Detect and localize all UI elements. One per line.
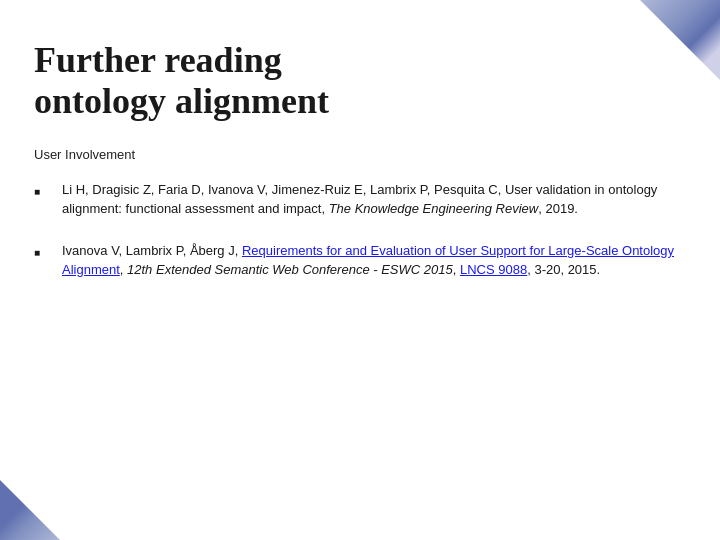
ref1-journal: The Knowledge Engineering Review [329, 201, 539, 216]
title-line1: Further reading [34, 40, 686, 81]
bullet-icon: ■ [34, 184, 54, 199]
ref-text-2: Ivanova V, Lambrix P, Åberg J, Requireme… [62, 241, 686, 280]
main-content: Further reading ontology alignment User … [34, 40, 686, 510]
section-label: User Involvement [34, 147, 686, 162]
title-line2: ontology alignment [34, 81, 686, 122]
list-item: ■ Ivanova V, Lambrix P, Åberg J, Require… [34, 241, 686, 280]
ref-text-1: Li H, Dragisic Z, Faria D, Ivanova V, Ji… [62, 180, 686, 219]
bullet-icon: ■ [34, 245, 54, 260]
list-item: ■ Li H, Dragisic Z, Faria D, Ivanova V, … [34, 180, 686, 219]
ref2-conference: 12th Extended Semantic Web Conference - … [127, 262, 453, 277]
references-list: ■ Li H, Dragisic Z, Faria D, Ivanova V, … [34, 180, 686, 280]
title-block: Further reading ontology alignment [34, 40, 686, 123]
ref2-link-lncs[interactable]: LNCS 9088 [460, 262, 527, 277]
